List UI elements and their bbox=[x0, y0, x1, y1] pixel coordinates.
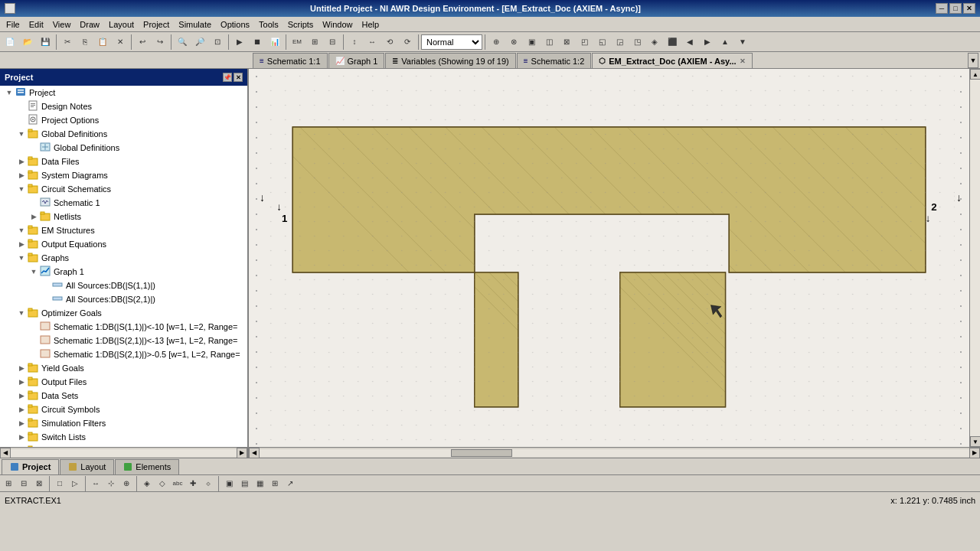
bt-15[interactable]: ▤ bbox=[237, 477, 251, 491]
exp-optimizer-goals[interactable]: ▼ bbox=[15, 307, 28, 319]
bt-7[interactable]: ⊹ bbox=[104, 477, 118, 491]
tree-circuit-schematics[interactable]: ▼ Circuit Schematics bbox=[0, 182, 247, 196]
bt-18[interactable]: ↗ bbox=[283, 477, 297, 491]
bt-1[interactable]: ⊞ bbox=[2, 477, 15, 491]
tree-optimizer-goals[interactable]: ▼ Optimizer Goals bbox=[0, 306, 247, 320]
exp-output-files[interactable]: ▶ bbox=[15, 376, 28, 388]
scroll-down-button[interactable]: ▼ bbox=[970, 436, 980, 447]
tb-c4[interactable]: ◫ bbox=[541, 34, 557, 51]
tb-fit[interactable]: ⊡ bbox=[209, 34, 226, 51]
bt-6[interactable]: ↔ bbox=[89, 477, 103, 491]
tb-c9[interactable]: ◳ bbox=[629, 34, 645, 51]
tb-c12[interactable]: ◀ bbox=[681, 34, 698, 51]
tree-graphs[interactable]: ▼ Graphs bbox=[0, 251, 247, 265]
mode-select[interactable]: Normal bbox=[421, 34, 482, 50]
menu-layout[interactable]: Layout bbox=[104, 18, 139, 31]
tb-copy[interactable]: ⎘ bbox=[77, 34, 93, 51]
tab-em-extract[interactable]: ⬡ EM_Extract_Doc (AXIEM - Asy... ✕ bbox=[592, 53, 752, 68]
tb-new[interactable]: 📄 bbox=[2, 34, 18, 51]
tb-cut[interactable]: ✂ bbox=[59, 34, 76, 51]
bt-10[interactable]: ◇ bbox=[155, 477, 169, 491]
tb-c7[interactable]: ◱ bbox=[593, 34, 610, 51]
tb-b2[interactable]: ⊞ bbox=[306, 34, 323, 51]
tab-schematic2[interactable]: ≡ Schematic 1:2 bbox=[517, 53, 592, 68]
bottom-tab-layout[interactable]: Layout bbox=[60, 459, 114, 474]
tabs-arrow[interactable]: ▼ bbox=[968, 53, 978, 68]
tb-c13[interactable]: ▶ bbox=[699, 34, 716, 51]
tree-yield-goals[interactable]: ▶ Yield Goals bbox=[0, 361, 247, 375]
tb-b4[interactable]: ↕ bbox=[346, 34, 363, 51]
sidebar-scroll-left[interactable]: ◀ bbox=[0, 448, 11, 458]
tree-all-sources-2[interactable]: All Sources:DB(|S(2,1)|) bbox=[0, 292, 247, 306]
menu-scripts[interactable]: Scripts bbox=[283, 18, 318, 31]
tree-netlists[interactable]: ▶ Netlists bbox=[0, 210, 247, 223]
bt-13[interactable]: ⟐ bbox=[201, 477, 215, 491]
bt-4[interactable]: □ bbox=[53, 477, 67, 491]
bottom-tab-elements[interactable]: Elements bbox=[115, 459, 179, 474]
scroll-right-button[interactable]: ▶ bbox=[969, 448, 980, 458]
minimize-button[interactable]: ─ bbox=[936, 3, 948, 14]
tree-data-files[interactable]: ▶ Data Files bbox=[0, 155, 247, 168]
tb-c3[interactable]: ▣ bbox=[523, 34, 540, 51]
menu-file[interactable]: File bbox=[2, 18, 24, 31]
tb-b3[interactable]: ⊟ bbox=[324, 34, 341, 51]
exp-switch-lists[interactable]: ▶ bbox=[15, 431, 28, 443]
tb-c8[interactable]: ◲ bbox=[611, 34, 628, 51]
maximize-button[interactable]: □ bbox=[949, 3, 962, 14]
exp-em-structures[interactable]: ▼ bbox=[15, 224, 28, 236]
bt-3[interactable]: ⊠ bbox=[32, 477, 46, 491]
bt-5[interactable]: ▷ bbox=[68, 477, 82, 491]
exp-system-diagrams[interactable]: ▶ bbox=[15, 169, 28, 181]
bt-9[interactable]: ◈ bbox=[140, 477, 154, 491]
tree-global-defs[interactable]: Global Definitions bbox=[0, 141, 247, 155]
tb-zoomin[interactable]: 🔍 bbox=[174, 34, 191, 51]
menu-view[interactable]: View bbox=[48, 18, 76, 31]
exp-circuit-symbols[interactable]: ▶ bbox=[15, 403, 28, 416]
tree-design-notes[interactable]: Design Notes bbox=[0, 99, 247, 113]
tb-stop[interactable]: ⏹ bbox=[249, 34, 266, 51]
bt-14[interactable]: ▣ bbox=[222, 477, 236, 491]
scroll-thumb-h[interactable] bbox=[451, 449, 512, 457]
tb-b5[interactable]: ↔ bbox=[364, 34, 381, 51]
exp-simulation-filters[interactable]: ▶ bbox=[15, 417, 28, 429]
tb-c5[interactable]: ⊠ bbox=[558, 34, 575, 51]
sidebar-pin[interactable]: 📌 bbox=[223, 73, 232, 82]
tab-schematic1[interactable]: ≡ Schematic 1:1 bbox=[253, 53, 328, 68]
bt-2[interactable]: ⊟ bbox=[17, 477, 31, 491]
tree-schematic1[interactable]: Schematic 1 bbox=[0, 196, 247, 210]
expand-project[interactable]: ▼ bbox=[3, 86, 15, 99]
tb-b1[interactable]: EM bbox=[289, 34, 305, 51]
tree-opt-goal-2[interactable]: Schematic 1:DB(|S(2,1)|)<-13 [w=1, L=2, … bbox=[0, 334, 247, 347]
tb-save[interactable]: 💾 bbox=[37, 34, 54, 51]
exp-output-equations[interactable]: ▶ bbox=[15, 238, 28, 250]
bt-8[interactable]: ⊕ bbox=[119, 477, 133, 491]
tree-opt-goal-1[interactable]: Schematic 1:DB(|S(1,1)|)<-10 [w=1, L=2, … bbox=[0, 320, 247, 334]
tree-all-sources-1[interactable]: All Sources:DB(|S(1,1)|) bbox=[0, 279, 247, 292]
tab-variables[interactable]: ≣ Variables (Showing 19 of 19) bbox=[385, 53, 515, 68]
tb-open[interactable]: 📂 bbox=[19, 34, 36, 51]
menu-options[interactable]: Options bbox=[216, 18, 254, 31]
tb-redo[interactable]: ↪ bbox=[152, 34, 168, 51]
tb-undo[interactable]: ↩ bbox=[134, 34, 151, 51]
exp-yield-goals[interactable]: ▶ bbox=[15, 362, 28, 374]
tb-c15[interactable]: ▼ bbox=[734, 34, 751, 51]
bt-12[interactable]: ✚ bbox=[186, 477, 200, 491]
tab-graph1[interactable]: 📈 Graph 1 bbox=[328, 53, 385, 68]
em-canvas[interactable]: ↓ 1 2 ↓ bbox=[249, 69, 969, 447]
tree-switch-lists[interactable]: ▶ Switch Lists bbox=[0, 430, 247, 444]
exp-global-defs[interactable]: ▼ bbox=[15, 128, 28, 140]
tree-em-structures[interactable]: ▼ EM Structures bbox=[0, 223, 247, 237]
bottom-tab-project[interactable]: Project bbox=[2, 459, 59, 474]
menu-tools[interactable]: Tools bbox=[254, 18, 283, 31]
tb-zoomout[interactable]: 🔎 bbox=[191, 34, 208, 51]
menu-simulate[interactable]: Simulate bbox=[174, 18, 216, 31]
bt-16[interactable]: ▦ bbox=[253, 477, 266, 491]
menu-edit[interactable]: Edit bbox=[24, 18, 48, 31]
tree-global-defs-folder[interactable]: ▼ Global Definitions bbox=[0, 127, 247, 141]
tree-system-diagrams[interactable]: ▶ System Diagrams bbox=[0, 168, 247, 182]
sidebar-scroll-right[interactable]: ▶ bbox=[237, 448, 247, 458]
tb-delete[interactable]: ✕ bbox=[112, 34, 129, 51]
tb-c2[interactable]: ⊗ bbox=[505, 34, 522, 51]
tb-paste[interactable]: 📋 bbox=[94, 34, 111, 51]
tb-c11[interactable]: ⬛ bbox=[664, 34, 681, 51]
